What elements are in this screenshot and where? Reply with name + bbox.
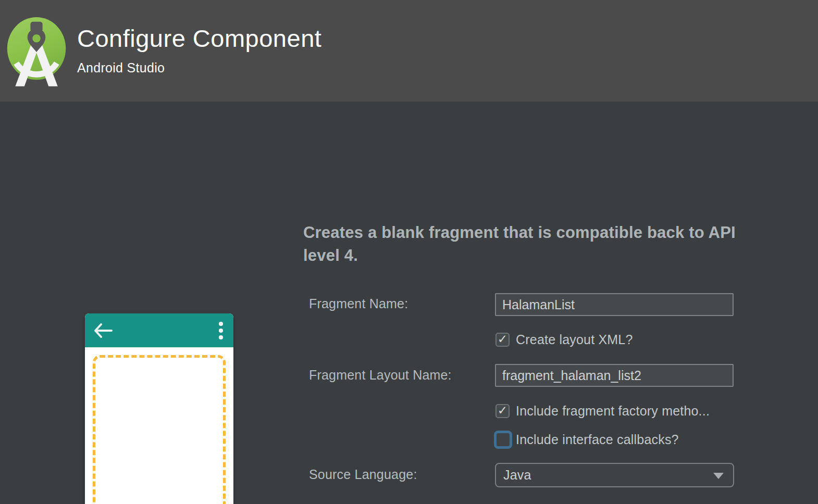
create-layout-xml-row: ✓ Create layout XML? (495, 332, 633, 347)
source-language-label: Source Language: (309, 467, 417, 482)
fragment-preview-thumbnail (85, 313, 233, 504)
dialog-titlebar: Configure Component Android Studio (0, 0, 818, 102)
dialog-title: Configure Component (77, 24, 321, 53)
android-studio-logo-icon (4, 15, 70, 86)
chevron-down-icon (713, 473, 724, 479)
checkmark-icon: ✓ (498, 405, 507, 417)
configure-component-dialog: Configure Component Android Studio Creat… (0, 0, 818, 504)
create-layout-xml-checkbox[interactable]: ✓ (495, 333, 510, 347)
checkmark-icon: ✓ (498, 333, 507, 345)
source-language-value: Java (496, 468, 531, 483)
dialog-body: Creates a blank fragment that is compati… (0, 102, 818, 504)
include-interface-callbacks-row: Include interface callbacks? (494, 431, 679, 449)
source-language-dropdown[interactable]: Java (495, 463, 734, 487)
fragment-layout-name-input[interactable] (495, 364, 734, 387)
include-factory-methods-row: ✓ Include fragment factory metho... (495, 404, 710, 419)
template-description: Creates a blank fragment that is compati… (303, 221, 736, 267)
preview-appbar (85, 313, 233, 347)
fragment-name-input[interactable] (495, 293, 734, 316)
fragment-name-label: Fragment Name: (309, 296, 408, 311)
create-layout-xml-label[interactable]: Create layout XML? (516, 332, 633, 347)
fragment-layout-name-label: Fragment Layout Name: (309, 368, 452, 383)
preview-fragment-placeholder (93, 355, 226, 504)
include-factory-methods-label[interactable]: Include fragment factory metho... (516, 404, 710, 419)
more-vert-icon (218, 321, 224, 340)
dialog-subtitle: Android Studio (77, 60, 165, 75)
include-interface-callbacks-label[interactable]: Include interface callbacks? (516, 432, 679, 447)
arrow-left-icon (94, 323, 113, 338)
include-interface-callbacks-checkbox[interactable] (494, 431, 512, 449)
include-factory-methods-checkbox[interactable]: ✓ (495, 404, 510, 418)
